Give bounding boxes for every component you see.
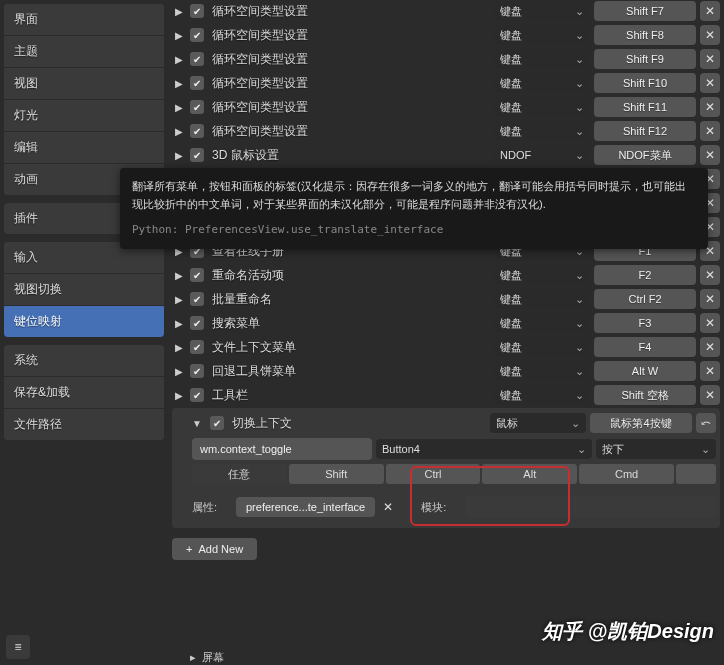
expand-arrow[interactable]: ▶ xyxy=(172,126,186,137)
checkbox[interactable]: ✔ xyxy=(190,388,204,402)
footer-item[interactable]: ▸ 屏幕 xyxy=(190,650,224,665)
type-dropdown[interactable]: 键盘 xyxy=(494,361,590,381)
key-binding[interactable]: Alt W xyxy=(594,361,696,381)
remove-icon[interactable]: ✕ xyxy=(700,337,720,357)
sidebar-item[interactable]: 键位映射 xyxy=(4,306,164,337)
key-binding[interactable]: Shift 空格 xyxy=(594,385,696,405)
key-binding[interactable]: Ctrl F2 xyxy=(594,289,696,309)
modifier-button[interactable]: Ctrl xyxy=(386,464,481,484)
remove-icon[interactable]: ✕ xyxy=(700,49,720,69)
checkbox[interactable]: ✔ xyxy=(190,28,204,42)
checkbox[interactable]: ✔ xyxy=(190,292,204,306)
modifier-button[interactable]: Cmd xyxy=(579,464,674,484)
key-binding[interactable]: Shift F11 xyxy=(594,97,696,117)
key-binding[interactable]: F2 xyxy=(594,265,696,285)
checkbox[interactable]: ✔ xyxy=(190,340,204,354)
remove-icon[interactable]: ✕ xyxy=(700,265,720,285)
sidebar-item[interactable]: 文件路径 xyxy=(4,409,164,440)
hamburger-icon[interactable]: ≡ xyxy=(6,635,30,659)
type-dropdown[interactable]: 键盘 xyxy=(494,313,590,333)
type-dropdown[interactable]: 键盘 xyxy=(494,265,590,285)
type-dropdown[interactable]: 键盘 xyxy=(494,121,590,141)
type-dropdown[interactable]: 键盘 xyxy=(494,73,590,93)
expand-arrow[interactable]: ▼ xyxy=(192,418,206,429)
modifier-button[interactable]: Alt xyxy=(482,464,577,484)
modifier-button[interactable]: 任意 xyxy=(192,464,287,484)
checkbox[interactable]: ✔ xyxy=(190,316,204,330)
type-dropdown[interactable]: NDOF xyxy=(494,145,590,165)
key-binding[interactable]: Shift F9 xyxy=(594,49,696,69)
key-binding[interactable]: Shift F10 xyxy=(594,73,696,93)
sidebar-item[interactable]: 视图切换 xyxy=(4,274,164,306)
key-binding[interactable]: Shift F7 xyxy=(594,1,696,21)
expand-arrow[interactable]: ▶ xyxy=(172,150,186,161)
checkbox[interactable]: ✔ xyxy=(190,148,204,162)
checkbox[interactable]: ✔ xyxy=(190,364,204,378)
expand-arrow[interactable]: ▶ xyxy=(172,6,186,17)
key-binding[interactable]: Shift F8 xyxy=(594,25,696,45)
expand-arrow[interactable]: ▶ xyxy=(172,30,186,41)
remove-icon[interactable]: ✕ xyxy=(700,385,720,405)
checkbox[interactable]: ✔ xyxy=(190,124,204,138)
expand-arrow[interactable]: ▶ xyxy=(172,102,186,113)
expand-arrow[interactable]: ▶ xyxy=(172,54,186,65)
modifier-extra[interactable] xyxy=(676,464,716,484)
modifier-button[interactable]: Shift xyxy=(289,464,384,484)
remove-property-icon[interactable]: ✕ xyxy=(379,498,397,516)
sidebar-item[interactable]: 界面 xyxy=(4,4,164,36)
expand-arrow[interactable]: ▶ xyxy=(172,78,186,89)
row-label: 循环空间类型设置 xyxy=(208,75,490,92)
remove-icon[interactable]: ✕ xyxy=(700,97,720,117)
expand-arrow[interactable]: ▶ xyxy=(172,294,186,305)
key-binding[interactable]: F3 xyxy=(594,313,696,333)
type-dropdown[interactable]: 键盘 xyxy=(494,1,590,21)
remove-icon[interactable]: ✕ xyxy=(700,73,720,93)
add-new-button[interactable]: + Add New xyxy=(172,538,257,560)
remove-icon[interactable]: ✕ xyxy=(700,313,720,333)
sidebar-item[interactable]: 系统 xyxy=(4,345,164,377)
type-dropdown[interactable]: 键盘 xyxy=(494,337,590,357)
event-type-dropdown[interactable]: 鼠标 xyxy=(490,413,586,433)
expand-arrow[interactable]: ▶ xyxy=(172,390,186,401)
restore-icon[interactable]: ⤺ xyxy=(696,413,716,433)
key-binding[interactable]: 鼠标第4按键 xyxy=(590,413,692,433)
checkbox[interactable]: ✔ xyxy=(190,76,204,90)
module-field[interactable] xyxy=(465,496,716,518)
key-binding[interactable]: F4 xyxy=(594,337,696,357)
remove-icon[interactable]: ✕ xyxy=(700,361,720,381)
row-label: 循环空间类型设置 xyxy=(208,27,490,44)
remove-icon[interactable]: ✕ xyxy=(700,145,720,165)
expand-arrow[interactable]: ▶ xyxy=(172,318,186,329)
arrow-icon: ▸ xyxy=(190,651,196,664)
row-label: 重命名活动项 xyxy=(208,267,490,284)
checkbox[interactable]: ✔ xyxy=(190,100,204,114)
row-label: 工具栏 xyxy=(208,387,490,404)
type-dropdown[interactable]: 键盘 xyxy=(494,97,590,117)
sidebar-item[interactable]: 编辑 xyxy=(4,132,164,164)
expand-arrow[interactable]: ▶ xyxy=(172,342,186,353)
checkbox[interactable]: ✔ xyxy=(210,416,224,430)
type-dropdown[interactable]: 键盘 xyxy=(494,49,590,69)
type-dropdown[interactable]: 键盘 xyxy=(494,289,590,309)
checkbox[interactable]: ✔ xyxy=(190,4,204,18)
operator-field[interactable]: wm.context_toggle xyxy=(192,438,372,460)
remove-icon[interactable]: ✕ xyxy=(700,25,720,45)
sidebar-item[interactable]: 主题 xyxy=(4,36,164,68)
expand-arrow[interactable]: ▶ xyxy=(172,366,186,377)
event-value-dropdown[interactable]: Button4 xyxy=(376,439,592,459)
remove-icon[interactable]: ✕ xyxy=(700,1,720,21)
sidebar-item[interactable]: 视图 xyxy=(4,68,164,100)
remove-icon[interactable]: ✕ xyxy=(700,121,720,141)
checkbox[interactable]: ✔ xyxy=(190,52,204,66)
key-binding[interactable]: NDOF菜单 xyxy=(594,145,696,165)
sidebar-item[interactable]: 保存&加载 xyxy=(4,377,164,409)
type-dropdown[interactable]: 键盘 xyxy=(494,385,590,405)
remove-icon[interactable]: ✕ xyxy=(700,289,720,309)
expand-arrow[interactable]: ▶ xyxy=(172,270,186,281)
property-value[interactable]: preference...te_interface xyxy=(236,497,375,517)
sidebar-item[interactable]: 灯光 xyxy=(4,100,164,132)
type-dropdown[interactable]: 键盘 xyxy=(494,25,590,45)
key-binding[interactable]: Shift F12 xyxy=(594,121,696,141)
checkbox[interactable]: ✔ xyxy=(190,268,204,282)
event-state-dropdown[interactable]: 按下 xyxy=(596,439,716,459)
